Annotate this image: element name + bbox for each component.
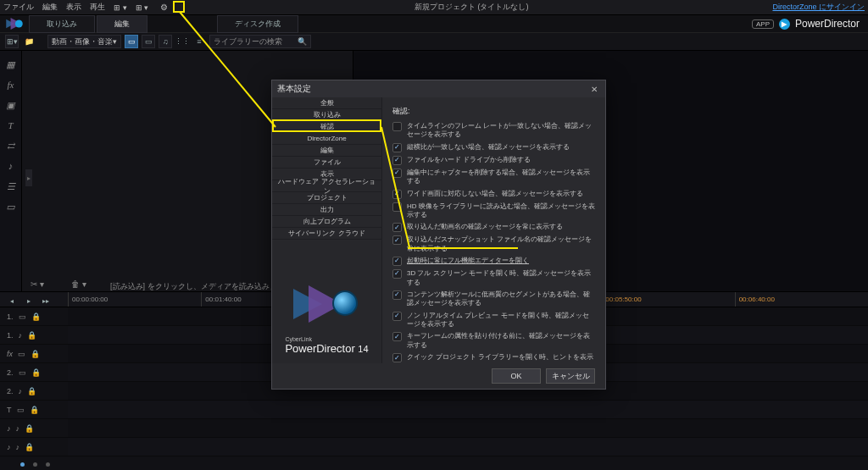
brand-version: 14 (358, 344, 368, 354)
checkbox[interactable] (392, 269, 402, 279)
pref-check-row[interactable]: ワイド画面に対応しない場合、確認メッセージを表示する (392, 190, 595, 199)
cat-directorzone[interactable]: DirectorZone (272, 133, 381, 145)
pref-check-row[interactable]: ファイルをハード ドライブから削除する (392, 156, 595, 165)
pref-check-row[interactable]: ノン リアルタイム プレビュー モードを開く時、確認メッセージを表示する (392, 312, 595, 329)
modal-titlebar[interactable]: 基本設定 ✕ (272, 80, 605, 97)
modal-footer: OK キャンセル (272, 363, 605, 389)
pref-check-label: ファイルをハード ドライブから削除する (407, 156, 531, 164)
pref-check-row[interactable]: タイムラインのフレーム レートが一致しない場合、確認メッセージを表示する (392, 122, 595, 140)
checkbox[interactable] (392, 257, 402, 266)
pref-check-label: 編集中にチャプターを削除する場合、確認メッセージを表示する (407, 169, 595, 186)
pref-check-label: タイムラインのフレーム レートが一致しない場合、確認メッセージを表示する (407, 122, 595, 140)
pref-check-row[interactable]: 取り込んだスナップショット ファイル名の確認メッセージを常に表示する (392, 235, 595, 253)
pref-check-label: コンテンツ解析ツールに低画質のセグメントがある場合、確認メッセージを表示する (407, 290, 595, 308)
preferences-category-list: 全般 取り込み 確認 DirectorZone 編集 ファイル 表示 ハードウェ… (272, 97, 382, 363)
pref-check-row[interactable]: 編集中にチャプターを削除する場合、確認メッセージを表示する (392, 169, 595, 186)
pref-check-label: 取り込んだスナップショット ファイル名の確認メッセージを常に表示する (407, 235, 595, 253)
brand-company: CyberLink (285, 336, 368, 342)
cat-file[interactable]: ファイル (272, 157, 381, 169)
pref-check-label: HD 映像をライブラリーに読み込む場合、確認メッセージを表示する (407, 202, 595, 220)
checkbox[interactable] (392, 332, 402, 341)
cat-project[interactable]: プロジェクト (272, 192, 381, 204)
pref-check-row[interactable]: 縦横比が一致しない場合、確認メッセージを表示する (392, 143, 595, 152)
preferences-content: 確認: タイムラインのフレーム レートが一致しない場合、確認メッセージを表示する… (382, 97, 605, 363)
checkbox[interactable] (392, 156, 402, 165)
modal-backdrop: 基本設定 ✕ 全般 取り込み 確認 DirectorZone 編集 ファイル 表… (0, 0, 868, 470)
cat-improvement[interactable]: 向上プログラム (272, 216, 381, 228)
ok-button[interactable]: OK (492, 368, 541, 384)
pref-check-row[interactable]: 3D フル スクリーン モードを開く時、確認メッセージを表示する (392, 269, 595, 287)
checkbox[interactable] (392, 122, 402, 131)
preferences-modal: 基本設定 ✕ 全般 取り込み 確認 DirectorZone 編集 ファイル 表… (271, 80, 606, 390)
pref-check-label: 取り込んだ動画名の確認メッセージを常に表示する (407, 223, 563, 231)
checkbox[interactable] (392, 312, 402, 321)
pref-check-label: キーフレームの属性を貼り付ける前に、確認メッセージを表示する (407, 332, 595, 350)
checkbox[interactable] (392, 202, 402, 212)
pref-check-row[interactable]: クイック プロジェクト ライブラリーを開く時、ヒントを表示する (392, 353, 595, 363)
checkbox[interactable] (392, 143, 402, 152)
checkbox[interactable] (392, 223, 402, 232)
powerdirector-logo-icon (293, 280, 361, 331)
cat-general[interactable]: 全般 (272, 97, 381, 109)
pref-check-row[interactable]: HD 映像をライブラリーに読み込む場合、確認メッセージを表示する (392, 202, 595, 220)
checkbox[interactable] (392, 190, 402, 199)
cat-confirm[interactable]: 確認 (272, 121, 381, 133)
brand-product: PowerDirector (285, 342, 354, 355)
pref-check-label: ワイド画面に対応しない場合、確認メッセージを表示する (407, 190, 583, 198)
brand-panel: CyberLink PowerDirector 14 (272, 240, 381, 363)
pref-check-label: クイック プロジェクト ライブラリーを開く時、ヒントを表示する (407, 353, 595, 363)
cat-hwaccel[interactable]: ハードウェア アクセラレーション (272, 180, 381, 192)
pref-check-label: 3D フル スクリーン モードを開く時、確認メッセージを表示する (407, 269, 595, 287)
section-title: 確認: (392, 106, 595, 117)
pref-check-label: 起動時に常にフル機能エディターを開く (407, 257, 529, 265)
pref-check-row[interactable]: 取り込んだ動画名の確認メッセージを常に表示する (392, 223, 595, 232)
checkbox[interactable] (392, 290, 402, 300)
close-icon[interactable]: ✕ (588, 83, 600, 95)
pref-check-row[interactable]: コンテンツ解析ツールに低画質のセグメントがある場合、確認メッセージを表示する (392, 290, 595, 308)
cat-edit[interactable]: 編集 (272, 145, 381, 157)
checkbox[interactable] (392, 169, 402, 178)
pref-check-row[interactable]: 起動時に常にフル機能エディターを開く (392, 257, 595, 266)
cat-produce[interactable]: 出力 (272, 204, 381, 216)
modal-title: 基本設定 (277, 83, 311, 95)
cancel-button[interactable]: キャンセル (546, 368, 595, 384)
cat-cloud[interactable]: サイバーリンク クラウド (272, 228, 381, 240)
pref-check-label: ノン リアルタイム プレビュー モードを開く時、確認メッセージを表示する (407, 312, 595, 329)
checkbox[interactable] (392, 353, 402, 362)
pref-check-label: 縦横比が一致しない場合、確認メッセージを表示する (407, 143, 570, 152)
checkbox[interactable] (392, 235, 402, 245)
pref-check-row[interactable]: キーフレームの属性を貼り付ける前に、確認メッセージを表示する (392, 332, 595, 350)
cat-capture[interactable]: 取り込み (272, 109, 381, 121)
